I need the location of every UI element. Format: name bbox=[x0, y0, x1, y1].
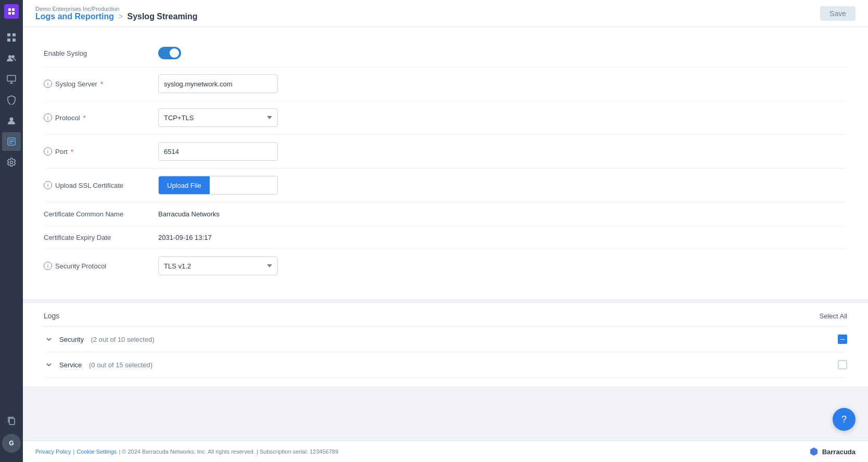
syslog-server-row: i Syslog Server * bbox=[44, 67, 847, 101]
port-field bbox=[158, 142, 847, 161]
svg-point-11 bbox=[10, 118, 14, 121]
enable-syslog-field bbox=[158, 47, 847, 59]
barracuda-logo-icon bbox=[809, 446, 819, 457]
upload-ssl-info-icon[interactable]: i bbox=[44, 181, 52, 189]
sidebar-icon-security[interactable] bbox=[2, 91, 21, 109]
logs-service-category: Service bbox=[59, 361, 82, 369]
logs-security-left: Security (2 out of 10 selected) bbox=[44, 334, 155, 344]
privacy-policy-link[interactable]: Privacy Policy bbox=[35, 448, 71, 455]
syslog-server-label: i Syslog Server * bbox=[44, 80, 158, 88]
logs-title: Logs bbox=[44, 312, 59, 320]
svg-rect-10 bbox=[7, 75, 16, 81]
enable-syslog-row: Enable Syslog bbox=[44, 40, 847, 67]
cert-expiry-row: Certificate Expiry Date 2031-09-16 13:17 bbox=[44, 226, 847, 249]
breadcrumb: Logs and Reporting > Syslog Streaming bbox=[35, 12, 198, 21]
breadcrumb-current: Syslog Streaming bbox=[127, 12, 197, 21]
protocol-label: i Protocol * bbox=[44, 113, 158, 122]
logs-security-chevron[interactable] bbox=[44, 334, 54, 344]
logs-security-row: Security (2 out of 10 selected) bbox=[44, 327, 847, 352]
sidebar-icon-users[interactable] bbox=[2, 111, 21, 130]
logs-service-row: Service (0 out of 15 selected) bbox=[44, 352, 847, 378]
cookie-settings-link[interactable]: Cookie Settings bbox=[76, 448, 117, 455]
logs-security-checkbox[interactable] bbox=[838, 335, 847, 344]
cert-common-name-value: Barracuda Networks bbox=[158, 210, 220, 218]
org-label: Demo Enterprises Inc/Production bbox=[35, 6, 198, 12]
cert-common-name-label: Certificate Common Name bbox=[44, 210, 158, 218]
port-info-icon[interactable]: i bbox=[44, 147, 52, 156]
sidebar-icon-copy[interactable] bbox=[2, 411, 21, 430]
footer-links: Privacy Policy | Cookie Settings | © 202… bbox=[35, 448, 338, 455]
toggle-slider bbox=[158, 47, 181, 59]
svg-rect-2 bbox=[8, 12, 11, 15]
syslog-server-field bbox=[158, 74, 847, 93]
sidebar: G bbox=[0, 0, 23, 462]
topbar: Demo Enterprises Inc/Production Logs and… bbox=[23, 0, 868, 27]
port-label: i Port * bbox=[44, 147, 158, 156]
cert-expiry-value: 2031-09-16 13:17 bbox=[158, 234, 212, 241]
sidebar-icon-logs[interactable] bbox=[2, 132, 21, 151]
security-protocol-info-icon[interactable]: i bbox=[44, 262, 52, 270]
security-protocol-select[interactable]: TLS v1.2 TLS v1.0 TLS v1.1 TLS v1.3 bbox=[158, 256, 278, 275]
upload-ssl-field: Upload File bbox=[158, 176, 847, 195]
cert-common-name-field: Barracuda Networks bbox=[158, 210, 847, 218]
security-protocol-row: i Security Protocol TLS v1.2 TLS v1.0 TL… bbox=[44, 249, 847, 283]
save-button[interactable]: Save bbox=[820, 6, 856, 21]
upload-ssl-label: i Upload SSL Certificate bbox=[44, 181, 158, 189]
svg-rect-3 bbox=[12, 12, 15, 15]
upload-ssl-row: i Upload SSL Certificate Upload File bbox=[44, 169, 847, 202]
security-protocol-label: i Security Protocol bbox=[44, 262, 158, 270]
sidebar-icon-groups[interactable] bbox=[2, 49, 21, 68]
security-protocol-field: TLS v1.2 TLS v1.0 TLS v1.1 TLS v1.3 bbox=[158, 256, 847, 275]
logs-security-category: Security bbox=[59, 336, 84, 343]
protocol-info-icon[interactable]: i bbox=[44, 113, 52, 122]
logs-service-checkbox[interactable] bbox=[838, 360, 847, 369]
help-button[interactable]: ? bbox=[833, 408, 856, 431]
sidebar-icon-monitor[interactable] bbox=[2, 70, 21, 88]
svg-rect-13 bbox=[9, 418, 15, 425]
topbar-left: Demo Enterprises Inc/Production Logs and… bbox=[35, 6, 198, 21]
logs-section: Logs Select All Security (2 out of 10 se… bbox=[23, 303, 868, 386]
form-card: Enable Syslog i Syslog Server * bbox=[23, 27, 868, 299]
cert-expiry-field: 2031-09-16 13:17 bbox=[158, 233, 847, 241]
enable-syslog-label: Enable Syslog bbox=[44, 49, 158, 57]
footer: Privacy Policy | Cookie Settings | © 202… bbox=[23, 441, 868, 462]
sidebar-icon-settings[interactable] bbox=[2, 153, 21, 172]
svg-rect-7 bbox=[12, 38, 16, 42]
port-row: i Port * bbox=[44, 135, 847, 169]
logs-service-count: (0 out of 15 selected) bbox=[87, 361, 152, 369]
cert-common-name-row: Certificate Common Name Barracuda Networ… bbox=[44, 202, 847, 226]
logs-service-chevron[interactable] bbox=[44, 360, 54, 370]
svg-rect-4 bbox=[7, 33, 10, 36]
breadcrumb-sep: > bbox=[118, 12, 123, 21]
select-all-link[interactable]: Select All bbox=[820, 312, 847, 320]
svg-rect-1 bbox=[12, 8, 15, 11]
protocol-row: i Protocol * TCP+TLS TCP UDP bbox=[44, 101, 847, 135]
footer-copyright: | © 2024 Barracuda Networks, Inc. All ri… bbox=[119, 448, 338, 455]
breadcrumb-parent[interactable]: Logs and Reporting bbox=[35, 12, 114, 21]
enable-syslog-toggle-wrap bbox=[158, 47, 847, 59]
upload-file-button[interactable]: Upload File bbox=[159, 176, 210, 194]
app-logo bbox=[4, 4, 19, 19]
svg-rect-5 bbox=[12, 33, 16, 36]
sidebar-icon-user-profile[interactable]: G bbox=[2, 434, 21, 453]
svg-point-8 bbox=[8, 55, 11, 58]
enable-syslog-toggle[interactable] bbox=[158, 47, 181, 59]
logs-service-left: Service (0 out of 15 selected) bbox=[44, 360, 152, 370]
logs-security-count: (2 out of 10 selected) bbox=[89, 336, 155, 343]
svg-rect-6 bbox=[7, 38, 10, 42]
cert-expiry-label: Certificate Expiry Date bbox=[44, 234, 158, 241]
main-content: Demo Enterprises Inc/Production Logs and… bbox=[23, 0, 868, 462]
footer-logo: Barracuda bbox=[809, 446, 856, 457]
svg-rect-0 bbox=[8, 8, 11, 11]
logs-header: Logs Select All bbox=[44, 312, 847, 327]
syslog-server-input[interactable] bbox=[158, 74, 278, 93]
content-area: Enable Syslog i Syslog Server * bbox=[23, 27, 868, 441]
upload-area: Upload File bbox=[158, 176, 278, 195]
protocol-select[interactable]: TCP+TLS TCP UDP bbox=[158, 108, 278, 127]
port-input[interactable] bbox=[158, 142, 278, 161]
syslog-server-info-icon[interactable]: i bbox=[44, 80, 52, 88]
svg-point-9 bbox=[11, 55, 15, 58]
sidebar-icon-dashboard[interactable] bbox=[2, 28, 21, 47]
protocol-field: TCP+TLS TCP UDP bbox=[158, 108, 847, 127]
